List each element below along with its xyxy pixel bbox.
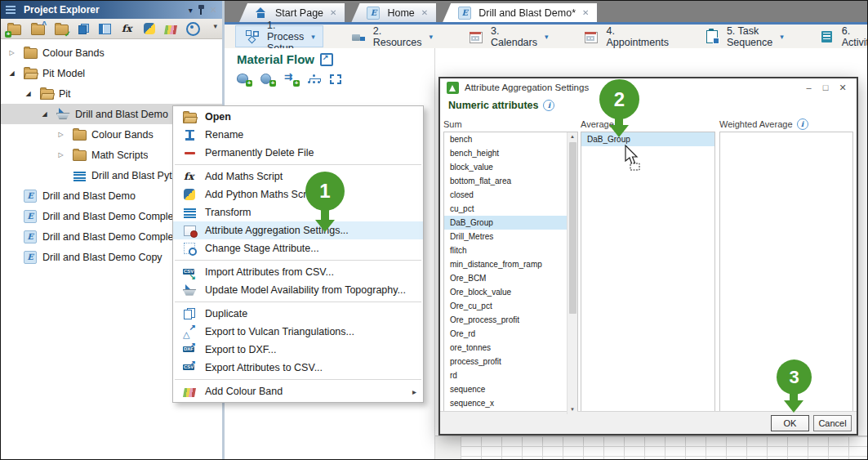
info-icon[interactable] xyxy=(797,118,808,130)
tab-close-icon[interactable]: ✕ xyxy=(582,8,589,17)
context-menu-item[interactable]: Export Attributes to CSV... xyxy=(173,359,423,377)
menu-item-icon xyxy=(180,283,198,297)
menu-item-icon xyxy=(180,324,198,339)
tree-item[interactable]: Pit Model xyxy=(1,63,222,83)
attribute-list-item[interactable]: bench_height xyxy=(444,146,572,160)
average-list[interactable]: DaB_Group xyxy=(581,132,715,415)
close-icon[interactable]: ✕ xyxy=(837,83,848,93)
toolbar-overflow-icon[interactable]: ▾ xyxy=(213,22,217,30)
attribute-list-item[interactable]: Ore_process_profit xyxy=(444,313,572,327)
ribbon-step[interactable]: 6. Activities xyxy=(810,25,868,47)
tree-expander-icon[interactable] xyxy=(55,131,67,138)
attribute-list-item[interactable]: DaB_Group xyxy=(444,216,572,230)
menu-item-icon xyxy=(180,384,198,399)
panel-menu-icon[interactable] xyxy=(6,6,16,14)
panel-close-icon[interactable]: ✕ xyxy=(210,5,217,16)
explorer-toolbar-icon[interactable] xyxy=(78,24,89,34)
attribute-list-item[interactable]: ore_tonnes xyxy=(444,341,572,355)
material-flow-toolbar-icon[interactable] xyxy=(237,74,251,85)
material-flow-toolbar-icon[interactable] xyxy=(330,74,341,84)
attribute-list-item[interactable]: Ore_rd xyxy=(444,327,572,341)
attribute-list-item[interactable]: Drill_Metres xyxy=(444,230,572,243)
explorer-toolbar-icon[interactable] xyxy=(7,25,21,35)
context-menu-item[interactable] xyxy=(175,301,421,302)
ribbon-step[interactable]: 3. Calendars xyxy=(459,25,557,47)
scroll-down-icon[interactable]: ▼ xyxy=(568,405,577,414)
context-menu-item[interactable] xyxy=(175,379,421,380)
tree-expander-icon[interactable] xyxy=(6,69,18,77)
attribute-list-item[interactable]: DaB_Group xyxy=(581,132,714,146)
attribute-list-item[interactable]: closed xyxy=(444,188,572,202)
ribbon-step[interactable]: 2. Resources xyxy=(341,25,441,47)
material-flow-toolbar-icon[interactable] xyxy=(308,74,320,85)
menu-item-label: Open xyxy=(205,111,231,123)
context-menu-item[interactable]: Export to DXF... xyxy=(173,341,423,359)
ok-button[interactable]: OK xyxy=(771,415,809,431)
ribbon-step-label: 2. Resources xyxy=(373,25,422,48)
explorer-toolbar-icon[interactable] xyxy=(99,24,111,34)
attribute-list-item[interactable]: sequence_x xyxy=(444,396,572,410)
scroll-up-icon[interactable]: ▲ xyxy=(568,132,577,141)
cancel-button[interactable]: Cancel xyxy=(813,415,852,431)
context-menu-item[interactable]: Add Python Maths Script xyxy=(173,185,423,203)
context-menu-item[interactable]: Add Maths Script xyxy=(173,167,423,185)
document-tab[interactable]: Drill and Blast Demo* ✕ xyxy=(443,3,597,22)
context-menu-item[interactable]: Update Model Availability from Topograph… xyxy=(173,281,423,299)
tab-close-icon[interactable]: ✕ xyxy=(330,8,336,17)
tab-close-icon[interactable]: ✕ xyxy=(421,8,428,17)
attribute-list-item[interactable]: flitch xyxy=(444,243,572,257)
context-menu-item[interactable] xyxy=(175,260,421,261)
attribute-list-item[interactable]: bench xyxy=(444,132,572,146)
minimize-icon[interactable]: – xyxy=(803,83,814,92)
tree-item[interactable]: Pit xyxy=(1,83,222,104)
attribute-list-item[interactable]: cu_pct xyxy=(444,202,572,216)
tree-item[interactable]: Colour Bands xyxy=(1,42,222,63)
tree-expander-icon[interactable] xyxy=(38,110,51,118)
attribute-list-item[interactable]: Ore_cu_pct xyxy=(444,299,572,313)
context-menu-item[interactable]: Attribute Aggregation Settings... xyxy=(173,221,423,239)
explorer-toolbar-icon[interactable] xyxy=(121,23,134,34)
attribute-list-item[interactable]: block_value xyxy=(444,160,572,174)
attribute-list-item[interactable]: min_distance_from_ramp xyxy=(444,257,572,271)
info-icon[interactable] xyxy=(543,100,554,111)
attribute-list-item[interactable]: sequence xyxy=(444,382,572,396)
tree-expander-icon[interactable] xyxy=(6,49,18,56)
explorer-toolbar-icon[interactable] xyxy=(55,25,69,35)
context-menu-item[interactable]: Import Attributes from CSV... xyxy=(173,263,423,281)
panel-collapse-icon[interactable]: ▾ xyxy=(189,6,193,15)
attribute-list-item[interactable]: rd xyxy=(444,368,572,382)
arrow-head-icon xyxy=(784,400,803,413)
scrollbar-thumb[interactable] xyxy=(569,142,576,314)
open-in-window-icon[interactable] xyxy=(320,53,333,66)
context-menu-item[interactable]: Duplicate xyxy=(173,305,423,323)
maximize-icon[interactable]: □ xyxy=(820,83,831,92)
context-menu-item[interactable]: Export to Vulcan Triangulations... xyxy=(173,323,423,341)
attribute-list-item[interactable]: process_profit xyxy=(444,355,572,368)
explorer-toolbar-icon[interactable] xyxy=(164,25,177,34)
ribbon-step[interactable]: 5. Task Sequence xyxy=(695,25,792,47)
explorer-toolbar-icon[interactable] xyxy=(144,23,155,34)
context-menu-item[interactable]: Rename xyxy=(173,126,423,144)
sum-list-scrollbar[interactable]: ▲ ▼ xyxy=(567,132,577,414)
tree-expander-icon[interactable] xyxy=(22,90,34,97)
material-flow-toolbar-icon[interactable] xyxy=(260,74,274,85)
material-flow-toolbar-icon[interactable] xyxy=(284,74,298,85)
explorer-toolbar-icon[interactable] xyxy=(31,25,45,35)
tree-expander-icon[interactable] xyxy=(55,151,67,159)
context-menu-item[interactable] xyxy=(175,164,421,165)
context-menu-item[interactable]: Change Stage Attribute... xyxy=(173,239,423,257)
document-tab[interactable]: Home ✕ xyxy=(351,3,436,22)
context-menu-item[interactable]: Add Colour Band xyxy=(173,382,423,400)
attribute-list-item[interactable]: Ore_block_value xyxy=(444,285,572,299)
attribute-list-item[interactable]: bottom_flat_area xyxy=(444,174,572,188)
pane-splitter[interactable] xyxy=(434,48,435,459)
panel-pin-icon[interactable] xyxy=(198,5,205,15)
context-menu-item[interactable]: Open xyxy=(173,108,423,126)
ribbon-step[interactable]: 1. Process Setup xyxy=(235,25,323,47)
attribute-list-item[interactable]: Ore_BCM xyxy=(444,271,572,285)
context-menu-item[interactable]: Transform xyxy=(173,203,423,221)
explorer-toolbar-icon[interactable] xyxy=(186,22,200,36)
sum-list[interactable]: ▲ ▼ benchbench_heightblock_valuebottom_f… xyxy=(443,132,578,415)
ribbon-step[interactable]: 4. Appointments xyxy=(574,25,676,47)
context-menu-item[interactable]: Permanently Delete File xyxy=(173,144,423,162)
